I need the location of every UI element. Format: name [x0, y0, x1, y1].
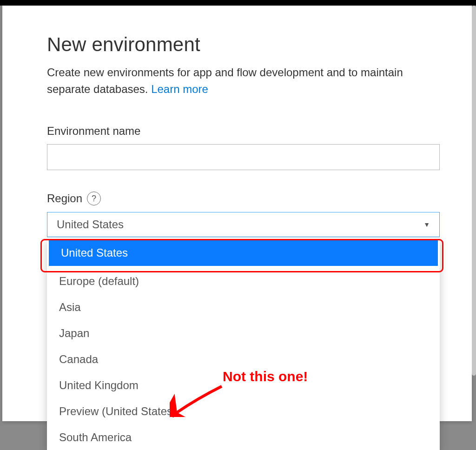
region-option-south-america[interactable]: South America [47, 424, 440, 450]
environment-name-label: Environment name [47, 125, 430, 138]
region-dropdown: United States Europe (default) Asia Japa… [47, 237, 440, 450]
region-option-europe[interactable]: Europe (default) [47, 268, 440, 294]
chevron-down-icon: ▼ [423, 221, 430, 228]
region-label-text: Region [47, 192, 82, 205]
environment-name-input[interactable] [47, 144, 440, 170]
dialog-title: New environment [47, 33, 430, 56]
dialog-scrollbar[interactable] [472, 6, 476, 376]
learn-more-link[interactable]: Learn more [151, 83, 208, 95]
new-environment-dialog: New environment Create new environments … [2, 6, 472, 421]
backdrop-top-bar [0, 0, 476, 6]
region-option-us[interactable]: United States [49, 240, 438, 266]
region-select-value: United States [57, 218, 124, 231]
help-icon[interactable]: ? [87, 192, 101, 205]
region-label: Region ? [47, 192, 430, 205]
dialog-subtitle: Create new environments for app and flow… [47, 64, 430, 98]
environment-name-label-text: Environment name [47, 125, 140, 138]
region-option-japan[interactable]: Japan [47, 320, 440, 346]
region-option-canada[interactable]: Canada [47, 346, 440, 372]
region-select[interactable]: United States ▼ [47, 212, 440, 237]
subtitle-text: Create new environments for app and flow… [47, 66, 403, 95]
region-option-asia[interactable]: Asia [47, 294, 440, 320]
region-option-uk[interactable]: United Kingdom [47, 372, 440, 398]
region-option-preview-us[interactable]: Preview (United States) [47, 398, 440, 424]
